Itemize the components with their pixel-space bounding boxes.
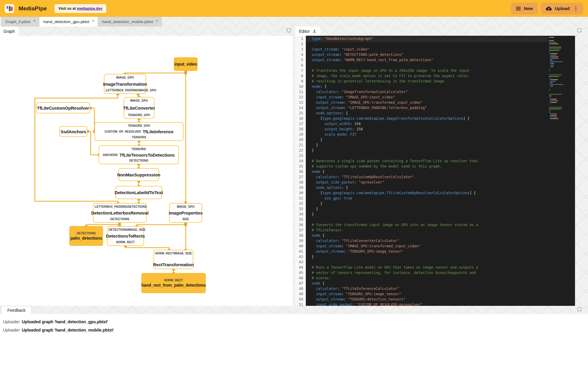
file-tab-Graph_0.pbtxt[interactable]: Graph_0.pbtxt✕	[1, 17, 39, 27]
node-title: TfLiteCustomOpResolver	[37, 105, 89, 111]
tab-close-icon[interactable]: ✕	[156, 19, 158, 22]
minimap-mark	[550, 78, 551, 79]
minimap-mark	[549, 107, 562, 108]
graph-node-TfLiteConverter[interactable]: IMAGE_GPUTfLiteConverterTENSORS_GPU	[124, 97, 154, 119]
code-line: input_stream: "TENSORS_GPU:image_tensor"	[312, 292, 575, 297]
tab-feedback[interactable]: Feedback	[1, 306, 32, 314]
code-token: :	[337, 47, 342, 51]
code-line	[312, 260, 575, 265]
code-line	[312, 154, 575, 159]
node-title: TfLiteTensorsToDetections	[120, 152, 175, 157]
code-token: .	[355, 116, 357, 121]
graph-canvas[interactable]: input_videoIMAGE_GPUImageTransformationL…	[0, 36, 293, 306]
port-label: IMAGE_SIZE	[128, 228, 146, 231]
mediapipe-dev-link[interactable]: mediapipe.dev	[77, 7, 102, 11]
code-token: "opresolver"	[359, 180, 384, 184]
line-number: 49	[295, 292, 306, 297]
code-token: }	[312, 202, 322, 206]
node-title-row: DetectionLetterboxRemoval	[95, 210, 145, 215]
graph-node-SsdAnchors[interactable]: SsdAnchors	[59, 126, 87, 137]
code-line: node {	[312, 281, 575, 287]
node-title-row: ImageTransformation	[106, 82, 144, 87]
minimap-mark	[549, 71, 550, 72]
minimap-mark	[550, 81, 553, 82]
graph-node-DetectionsToRects[interactable]: DETECTIONSIMAGE_SIZEDetectionsToRectsNOR…	[107, 226, 144, 246]
code-token: }	[312, 207, 318, 211]
code-token: "input_video"	[342, 47, 369, 51]
code-token: "TENSORS_GPU:image_tensor"	[346, 292, 401, 296]
code-line: # TfLiteTensor.	[312, 228, 575, 233]
code-line: node_options: {	[312, 111, 575, 116]
editor-maximize-icon[interactable]	[577, 28, 581, 32]
graph-node-input_video[interactable]: input_video	[174, 57, 197, 71]
code-token: :	[342, 95, 346, 99]
graph-node-ImageTransformation[interactable]: IMAGE_GPUImageTransformationLETTERBOX_PA…	[104, 74, 146, 94]
code-token: googleapis	[333, 116, 354, 121]
port-label: TENSORS	[132, 147, 146, 151]
code-token	[312, 132, 324, 137]
code-content[interactable]: type: "HandDetectionSubgraph"input_strea…	[306, 36, 575, 306]
code-token: :	[352, 127, 356, 131]
editor-minimap[interactable]	[549, 37, 573, 120]
code-token: "TENSORS_GPU:image_tensor"	[348, 249, 404, 254]
minimap-mark	[553, 56, 558, 57]
code-editor[interactable]: 1234567891011121314151617181920212223242…	[295, 36, 575, 306]
node-title-row: TfLiteCustomOpResolver	[38, 105, 88, 111]
graph-node-hand_rect_from_palm_detections[interactable]: NORM_RECThand_rect_from_palm_detections	[141, 273, 206, 293]
download-icon[interactable]	[313, 29, 316, 33]
file-tab-hand_detection_gpu.pbtxt[interactable]: hand_detection_gpu.pbtxt✕	[39, 17, 98, 27]
code-line: node_options: {	[312, 186, 575, 191]
graph-node-palm_detections[interactable]: DETECTIONSpalm_detections	[69, 226, 103, 246]
file-tab-label: hand_detection_gpu.pbtxt	[43, 20, 89, 24]
node-title: ImageTransformation	[103, 82, 147, 87]
code-line: input_side_packet: "CUSTOM_OP_RESOLVER:o…	[312, 303, 575, 306]
tab-graph[interactable]: Graph	[0, 27, 18, 36]
minimap-mark	[549, 74, 562, 75]
minimap-mark	[553, 66, 553, 67]
graph-node-TfLiteCustomOpResolver[interactable]: TfLiteCustomOpResolver	[36, 102, 90, 113]
line-number: 32	[295, 202, 306, 207]
code-token	[312, 175, 316, 179]
port-label: DETECTIONS	[128, 205, 147, 208]
code-token: com/mediapipe	[357, 116, 384, 121]
minimap-mark	[549, 47, 561, 48]
new-button[interactable]: New	[511, 3, 538, 14]
graph-node-TfLiteTensorsToDetections[interactable]: TENSORSANCHORSTfLiteTensorsToDetectionsD…	[99, 145, 179, 164]
minimap-mark	[550, 115, 552, 116]
graph-node-NonMaxSuppression[interactable]: NonMaxSuppression	[118, 168, 159, 181]
tab-close-icon[interactable]: ✕	[92, 19, 94, 22]
tab-close-icon[interactable]: ✕	[33, 19, 36, 22]
node-title: SsdAnchors	[61, 129, 86, 134]
file-tab-hand_detection_mobile.pbtxt[interactable]: hand_detection_mobile.pbtxt✕	[98, 17, 162, 27]
port-label: IMAGE_GPU	[130, 99, 148, 102]
port-label: ANCHORS	[103, 153, 118, 157]
top-ports: DETECTIONSIMAGE_SIZE	[109, 228, 142, 231]
graph-node-TfLiteInference[interactable]: TENSORS_GPUCUSTOM_OP_RESOLVERTfLiteInfer…	[94, 122, 184, 141]
graph-node-DetectionLetterboxRemoval[interactable]: LETTERBOX_PADDINGDETECTIONSDetectionLett…	[93, 203, 147, 223]
feedback-maximize-icon[interactable]	[577, 307, 581, 311]
graph-node-ImageProperties[interactable]: IMAGE_GPUImagePropertiesSIZE	[169, 203, 202, 223]
code-token: # Generates a single side packet contain…	[312, 159, 478, 163]
line-number: 29	[295, 186, 306, 191]
more-options-icon[interactable]: ⋮	[573, 6, 578, 11]
minimap-mark	[553, 117, 557, 118]
tab-editor[interactable]: Editor	[295, 27, 320, 36]
bottom-ports: SIZE	[171, 217, 200, 221]
minimap-mark	[550, 100, 552, 101]
graph-node-RectTransformation[interactable]: NORM_RECTIMAGE_SIZERectTransformation	[153, 250, 193, 269]
code-token: type	[322, 116, 331, 121]
line-number: 19	[295, 132, 306, 138]
graph-node-DetectionLabelIdToText[interactable]: DetectionLabelIdToText	[115, 186, 162, 199]
upload-button[interactable]: Upload ⋮	[541, 3, 583, 14]
node-title-row: CUSTOM_OP_RESOLVERTfLiteInference	[96, 129, 182, 134]
editor-tab-label: Editor	[299, 29, 310, 34]
code-line: calculator: "ImageTransformationCalculat…	[312, 90, 575, 95]
graph-maximize-icon[interactable]	[287, 28, 291, 32]
code-token: output_stream	[312, 58, 339, 62]
line-number: 16	[295, 116, 306, 122]
code-token: calculator	[316, 287, 337, 291]
line-number: 11	[295, 90, 306, 95]
minimap-mark	[549, 112, 550, 113]
code-line: # resulting in potential letterboxing in…	[312, 79, 575, 85]
node-title-row: palm_detections	[71, 236, 102, 241]
